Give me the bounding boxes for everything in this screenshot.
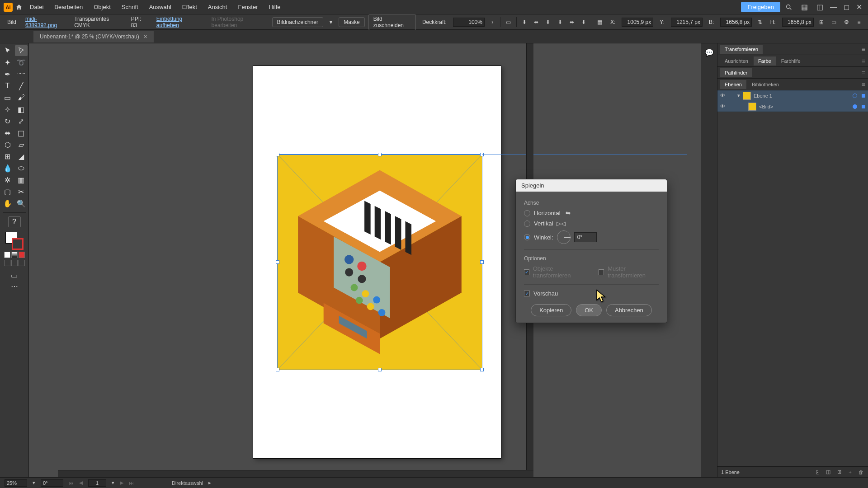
width-tool[interactable]: ⬌ bbox=[1, 127, 14, 138]
direct-selection-tool[interactable] bbox=[15, 45, 28, 56]
crop-button[interactable]: Bild zuschneiden bbox=[368, 14, 416, 30]
angle-input[interactable] bbox=[574, 232, 597, 242]
nav-next-icon[interactable]: ▶ bbox=[120, 480, 123, 486]
paintbrush-tool[interactable]: 🖌 bbox=[15, 92, 28, 103]
slice-tool[interactable]: ✂ bbox=[15, 186, 28, 197]
edit-toolbar-icon[interactable]: ⋯ bbox=[8, 281, 21, 291]
artboard-input[interactable] bbox=[88, 479, 106, 487]
doc-setup-icon[interactable]: ▭ bbox=[504, 18, 512, 27]
angle-dial[interactable] bbox=[557, 230, 571, 244]
cancel-button[interactable]: Abbrechen bbox=[606, 304, 652, 316]
panel-flyout-icon[interactable]: ≡ bbox=[862, 69, 865, 76]
menu-bearbeiten[interactable]: Bearbeiten bbox=[50, 2, 87, 12]
layer-name[interactable]: <Bild> bbox=[759, 104, 773, 109]
panel-flyout-icon[interactable]: ≡ bbox=[862, 81, 865, 88]
prefs-icon[interactable]: ⚙ bbox=[842, 18, 851, 27]
y-input[interactable] bbox=[671, 18, 703, 27]
screen-mode-icon[interactable]: ▭ bbox=[8, 270, 21, 281]
new-sublayer-icon[interactable]: ⊞ bbox=[835, 469, 843, 476]
radio-horizontal[interactable] bbox=[524, 210, 530, 216]
eyedropper-tool[interactable]: 💧 bbox=[1, 163, 14, 174]
layer-name[interactable]: Ebene 1 bbox=[754, 93, 772, 99]
line-tool[interactable]: ╱ bbox=[15, 80, 28, 91]
align-left-icon[interactable]: ⬍ bbox=[520, 18, 528, 27]
draw-behind-icon[interactable] bbox=[11, 260, 18, 266]
blend-tool[interactable]: ⬭ bbox=[15, 163, 28, 174]
artboard-chevron-icon[interactable]: ▾ bbox=[112, 480, 114, 486]
comments-icon[interactable]: 💬 bbox=[704, 47, 715, 58]
curvature-tool[interactable]: 〰 bbox=[15, 69, 28, 80]
delete-layer-icon[interactable]: 🗑 bbox=[857, 469, 864, 476]
menu-hilfe[interactable]: Hilfe bbox=[264, 2, 285, 12]
filename-link[interactable]: midi-6389392.png bbox=[23, 16, 68, 28]
new-layer-icon[interactable]: ＋ bbox=[846, 469, 854, 476]
horizontal-scrollbar[interactable] bbox=[58, 470, 533, 477]
chevron-down-icon[interactable]: ▾ bbox=[327, 18, 335, 27]
scale-tool[interactable]: ⤢ bbox=[15, 116, 28, 127]
image-trace-button[interactable]: Bildnachzeichner bbox=[272, 17, 323, 27]
visibility-icon[interactable]: 👁 bbox=[720, 103, 726, 110]
x-input[interactable] bbox=[622, 18, 653, 27]
ref-point-icon[interactable]: ▦ bbox=[596, 18, 604, 27]
tab-close-icon[interactable]: × bbox=[144, 33, 147, 40]
none-mode-icon[interactable] bbox=[19, 252, 25, 258]
mask-button[interactable]: Maske bbox=[339, 17, 364, 27]
minimize-icon[interactable]: — bbox=[830, 4, 837, 11]
search-icon[interactable] bbox=[784, 2, 794, 12]
free-transform-tool[interactable]: ◫ bbox=[15, 127, 28, 138]
radio-vertical[interactable] bbox=[524, 221, 530, 227]
arrange-icon[interactable]: ▦ bbox=[799, 2, 809, 12]
menu-objekt[interactable]: Objekt bbox=[89, 2, 115, 12]
align-mid-icon[interactable]: ⬌ bbox=[568, 18, 576, 27]
align-right-icon[interactable]: ⬍ bbox=[544, 18, 552, 27]
rotation-input[interactable] bbox=[41, 479, 63, 487]
nav-first-icon[interactable]: ⏮ bbox=[69, 480, 74, 486]
expand-icon[interactable]: ▾ bbox=[737, 93, 740, 99]
stroke-swatch[interactable] bbox=[12, 238, 24, 250]
type-tool[interactable]: T bbox=[1, 80, 14, 91]
panel-menu-icon[interactable]: ≡ bbox=[854, 18, 863, 27]
opacity-input[interactable] bbox=[453, 18, 485, 27]
rectangle-tool[interactable]: ▭ bbox=[1, 92, 14, 103]
panel-flyout-icon[interactable]: ≡ bbox=[862, 57, 865, 65]
close-icon[interactable]: ✕ bbox=[855, 4, 863, 11]
gradient-mode-icon[interactable] bbox=[11, 252, 18, 258]
menu-ansicht[interactable]: Ansicht bbox=[203, 2, 232, 12]
pen-tool[interactable]: ✒ bbox=[1, 69, 14, 80]
tab-farbe[interactable]: Farbe bbox=[754, 56, 776, 66]
align-center-icon[interactable]: ⬌ bbox=[532, 18, 540, 27]
tab-transformieren[interactable]: Transformieren bbox=[720, 45, 763, 54]
ok-button[interactable]: OK bbox=[576, 304, 602, 316]
home-icon[interactable] bbox=[14, 3, 24, 12]
gradient-tool[interactable]: ◢ bbox=[15, 151, 28, 162]
menu-schrift[interactable]: Schrift bbox=[117, 2, 143, 12]
symbol-sprayer-tool[interactable]: ✲ bbox=[1, 174, 14, 185]
tab-farbhilfe[interactable]: Farbhilfe bbox=[777, 56, 805, 66]
tab-bibliotheken[interactable]: Bibliotheken bbox=[747, 80, 783, 89]
draw-inside-icon[interactable] bbox=[19, 260, 25, 266]
hand-tool[interactable]: ✋ bbox=[1, 198, 14, 209]
constrain-icon[interactable]: ⊞ bbox=[817, 18, 826, 27]
maximize-icon[interactable]: ◻ bbox=[843, 4, 850, 11]
zoom-chevron-icon[interactable]: ▾ bbox=[33, 480, 35, 486]
clip-mask-icon[interactable]: ◫ bbox=[825, 469, 832, 476]
zoom-input[interactable] bbox=[5, 479, 27, 487]
mesh-tool[interactable]: ⊞ bbox=[1, 151, 14, 162]
tab-ebenen[interactable]: Ebenen bbox=[720, 80, 746, 89]
layer-row[interactable]: 👁 <Bild> bbox=[717, 101, 868, 112]
help-tool[interactable]: ? bbox=[8, 216, 21, 227]
opacity-chevron-icon[interactable]: › bbox=[488, 18, 496, 27]
tab-ausrichten[interactable]: Ausrichten bbox=[720, 56, 753, 66]
align-bot-icon[interactable]: ⬍ bbox=[580, 18, 588, 27]
h-input[interactable] bbox=[782, 18, 814, 27]
share-button[interactable]: Freigeben bbox=[741, 2, 780, 12]
graph-tool[interactable]: ▥ bbox=[15, 174, 28, 185]
color-mode-icon[interactable] bbox=[4, 252, 10, 258]
target-icon[interactable] bbox=[853, 104, 857, 109]
workspace-icon[interactable]: ◫ bbox=[815, 2, 825, 12]
eraser-tool[interactable]: ◧ bbox=[15, 104, 28, 115]
menu-fenster[interactable]: Fenster bbox=[233, 2, 262, 12]
menu-auswahl[interactable]: Auswahl bbox=[145, 2, 176, 12]
link-wh-icon[interactable]: ⇅ bbox=[755, 18, 764, 27]
status-chevron-icon[interactable]: ▸ bbox=[208, 480, 211, 486]
